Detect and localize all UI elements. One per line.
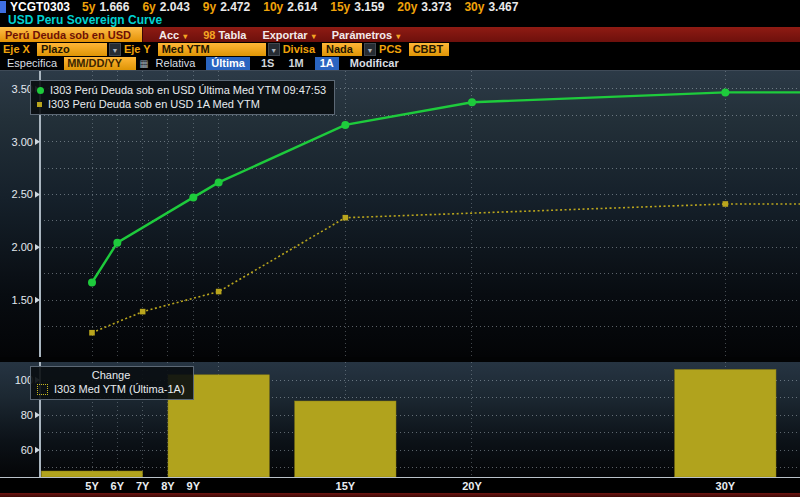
change-bar[interactable] xyxy=(675,370,776,478)
tick-arrow-icon xyxy=(35,244,40,250)
period-buttons: Última1S1M1AModificar xyxy=(202,57,405,70)
legend-item: I303 Perú Deuda sob en USD 1A Med YTM xyxy=(37,97,326,111)
y-tick-label: 2.00 xyxy=(12,241,33,253)
date-input[interactable] xyxy=(64,57,136,70)
x-axis-label: 9Y xyxy=(187,480,200,492)
x-axis-label: 15Y xyxy=(336,480,356,492)
x-axis-label: 20Y xyxy=(462,480,482,492)
axis-controls-row: Eje X Plazo ▼ Eje Y Med YTM ▼ Divisa Nad… xyxy=(0,42,800,56)
eje-y-label: Eje Y xyxy=(124,43,151,55)
legend-item-label: I303 Perú Deuda sob en USD Última Med YT… xyxy=(50,83,326,97)
menu-item-tabla[interactable]: 98Tabla xyxy=(203,29,246,41)
data-point[interactable] xyxy=(341,121,349,129)
chevron-down-icon: ▾ xyxy=(312,32,316,41)
tick-arrow-icon xyxy=(35,139,40,145)
quote-value: 3.373 xyxy=(421,0,451,14)
relativa-label: Relativa xyxy=(156,57,196,69)
y-tick-label: 3.00 xyxy=(12,136,33,148)
data-point[interactable] xyxy=(723,201,729,207)
quote-value: 2.472 xyxy=(220,0,250,14)
calendar-icon[interactable]: ▦ xyxy=(139,58,148,69)
eje-y-select[interactable]: Med YTM xyxy=(158,43,266,56)
y-tick-label: 80 xyxy=(21,409,33,421)
divisa-dropdown-arrow[interactable]: ▼ xyxy=(364,43,376,56)
quote-tenor-label: 5y xyxy=(82,0,95,14)
menu-item-key: 98 xyxy=(203,29,215,41)
quote-value: 3.159 xyxy=(354,0,384,14)
yield-quote: 20y3.373 xyxy=(397,0,451,14)
yield-quote: 6y2.043 xyxy=(142,0,189,14)
menu-item-label: Tabla xyxy=(218,29,246,41)
data-point[interactable] xyxy=(113,239,121,247)
legend-item-label: I303 Perú Deuda sob en USD 1A Med YTM xyxy=(48,97,260,111)
ticker-code: YCGT0303 xyxy=(10,0,70,14)
quote-tenor-label: 20y xyxy=(397,0,417,14)
yield-curve-chart-panel[interactable]: 1.502.002.503.003.50 I303 Perú Deuda sob… xyxy=(0,70,800,357)
period-button-modificar[interactable]: Modificar xyxy=(350,57,399,69)
quote-tenor-label: 15y xyxy=(330,0,350,14)
divisa-select[interactable]: Nada xyxy=(322,43,362,56)
yield-quote: 30y3.467 xyxy=(464,0,518,14)
change-series-swatch xyxy=(37,384,48,395)
page-title: USD Peru Sovereign Curve xyxy=(8,13,162,27)
quote-value: 1.666 xyxy=(99,0,129,14)
pcs-label: PCS xyxy=(379,43,402,55)
menu-item-acc[interactable]: Acc▾ xyxy=(159,29,187,41)
tick-arrow-icon xyxy=(35,191,40,197)
data-point[interactable] xyxy=(468,98,476,106)
curve-legend: I303 Perú Deuda sob en USD Última Med YT… xyxy=(30,80,335,115)
cursor-block xyxy=(0,1,6,13)
menu-item-exportar[interactable]: Exportar▾ xyxy=(262,29,315,41)
curve-selector-button[interactable]: Perú Deuda sob en USD xyxy=(0,27,143,42)
x-axis-label: 7Y xyxy=(136,480,149,492)
data-point[interactable] xyxy=(343,215,349,221)
eje-x-dropdown-arrow[interactable]: ▼ xyxy=(109,43,121,56)
change-legend-label: I303 Med YTM (Última-1A) xyxy=(54,382,185,396)
yield-quote: 9y2.472 xyxy=(203,0,250,14)
data-point[interactable] xyxy=(189,193,197,201)
menu-item-label: Parámetros xyxy=(332,29,393,41)
pcs-select[interactable]: CBBT xyxy=(409,43,449,56)
change-legend: Change I303 Med YTM (Última-1A) xyxy=(30,366,194,400)
change-bar-chart-panel[interactable]: 6080100 Change I303 Med YTM (Última-1A) xyxy=(0,362,800,477)
data-point[interactable] xyxy=(215,178,223,186)
menu-item-label: Exportar xyxy=(262,29,307,41)
quote-tenor-label: 10y xyxy=(263,0,283,14)
data-point[interactable] xyxy=(89,330,95,336)
data-point[interactable] xyxy=(140,309,146,315)
window-bottom-border xyxy=(0,493,800,497)
x-axis-strip: 5Y6Y7Y8Y9Y15Y20Y30Y xyxy=(0,477,800,493)
menu-item-parámetros[interactable]: Parámetros▾ xyxy=(332,29,401,41)
bloomberg-terminal-window: YCGT0303 5y1.6666y2.0439y2.47210y2.61415… xyxy=(0,0,800,497)
yield-quote: 15y3.159 xyxy=(330,0,384,14)
quote-value: 2.043 xyxy=(160,0,190,14)
period-button-1a[interactable]: 1A xyxy=(315,57,339,70)
period-button-ltima[interactable]: Última xyxy=(206,57,250,70)
quote-value: 2.614 xyxy=(287,0,317,14)
tick-arrow-icon xyxy=(35,412,40,418)
period-button-1m[interactable]: 1M xyxy=(288,57,303,69)
quote-value: 3.467 xyxy=(488,0,518,14)
data-point[interactable] xyxy=(721,88,729,96)
y-axis-ticks: 1.502.002.503.003.50 xyxy=(12,83,40,306)
quote-tenor-label: 6y xyxy=(142,0,155,14)
yield-quotes: 5y1.6666y2.0439y2.47210y2.61415y3.15920y… xyxy=(82,0,531,14)
eje-y-dropdown-arrow[interactable]: ▼ xyxy=(268,43,280,56)
y-tick-label: 1.50 xyxy=(12,294,33,306)
legend-item: I303 Perú Deuda sob en USD Última Med YT… xyxy=(37,83,326,97)
toolbar-menu: Acc▾98TablaExportar▾Parámetros▾ xyxy=(143,29,400,41)
x-axis-label: 6Y xyxy=(111,480,124,492)
data-point[interactable] xyxy=(216,289,222,295)
x-axis-label: 30Y xyxy=(716,480,736,492)
eje-x-select[interactable]: Plazo xyxy=(37,43,107,56)
series-line xyxy=(92,92,800,282)
x-axis-label: 5Y xyxy=(85,480,98,492)
eje-x-label: Eje X xyxy=(3,43,30,55)
change-bar[interactable] xyxy=(295,401,396,477)
period-button-1s[interactable]: 1S xyxy=(261,57,274,69)
tick-arrow-icon xyxy=(35,447,40,453)
especifica-label: Especifica xyxy=(7,57,57,69)
menu-item-label: Acc xyxy=(159,29,179,41)
data-point[interactable] xyxy=(88,278,96,286)
divisa-label: Divisa xyxy=(283,43,315,55)
